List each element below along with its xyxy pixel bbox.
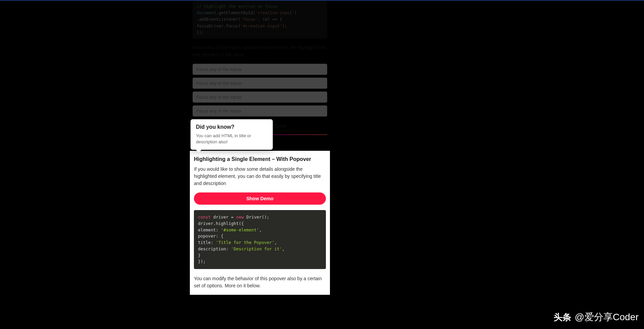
code-token: element: [198, 227, 221, 232]
code-token: driver = [211, 214, 236, 220]
code-string: 'Description for it' [231, 246, 282, 251]
code-token: , [274, 240, 277, 245]
code-line: driver.highlight({ [198, 221, 322, 227]
code-line: popover: { [198, 233, 322, 240]
code-token: , [259, 227, 262, 232]
overlay-right [335, 1, 644, 329]
code-token: Driver(); [244, 214, 269, 220]
watermark: 头条 @爱分享Coder [554, 311, 639, 324]
section-heading: Highlighting a Single Element – With Pop… [194, 156, 326, 162]
show-demo-button[interactable]: Show Demo [194, 192, 326, 205]
code-line: }); [198, 259, 322, 265]
watermark-username: @爱分享Coder [575, 311, 639, 324]
code-string: 'Title for the Popover' [216, 240, 274, 245]
section-description: If you would like to show some details a… [194, 166, 326, 187]
code-keyword: new [236, 214, 244, 220]
popover-tooltip: Did you know? You can add HTML in title … [191, 119, 273, 150]
popover-title: Did you know? [196, 124, 267, 130]
code-token: title: [198, 240, 216, 245]
code-string: '#some-element' [221, 227, 259, 232]
watermark-logo-text: 头条 [554, 311, 571, 323]
code-keyword: const [198, 214, 211, 220]
bottom-note: You can modify the behavior of this popo… [194, 275, 326, 295]
highlighted-section: Highlighting a Single Element – With Pop… [190, 151, 330, 295]
overlay-left [0, 1, 190, 329]
code-token: description: [198, 246, 231, 251]
popover-description: You can add HTML in title or description… [196, 133, 267, 145]
code-block-popover-example: const driver = new Driver(); driver.high… [194, 210, 326, 269]
watermark-logo: 头条 [554, 311, 571, 323]
code-token: , [282, 246, 285, 251]
code-line: } [198, 252, 322, 259]
